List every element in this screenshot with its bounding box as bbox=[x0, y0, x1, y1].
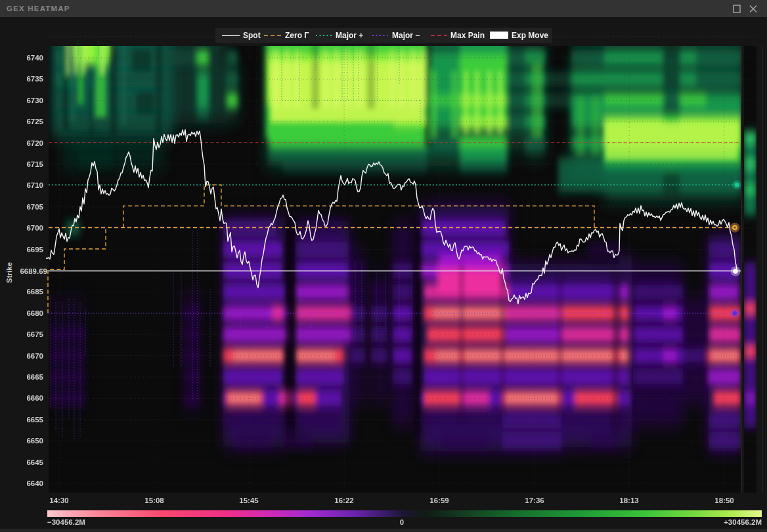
svg-text:6740: 6740 bbox=[26, 54, 43, 62]
svg-text:6710: 6710 bbox=[26, 181, 43, 189]
svg-text:6730: 6730 bbox=[26, 97, 43, 104]
svg-text:GEX HEATMAP: GEX HEATMAP bbox=[7, 5, 70, 12]
svg-text:Spot: Spot bbox=[243, 31, 261, 40]
svg-text:6720: 6720 bbox=[26, 139, 43, 147]
svg-text:17:36: 17:36 bbox=[525, 497, 544, 504]
svg-text:6645: 6645 bbox=[26, 458, 43, 466]
svg-text:6675: 6675 bbox=[26, 330, 43, 338]
svg-text:6735: 6735 bbox=[26, 75, 43, 83]
svg-text:6660: 6660 bbox=[26, 394, 43, 402]
svg-text:6685: 6685 bbox=[26, 288, 43, 296]
svg-text:6670: 6670 bbox=[26, 352, 43, 360]
svg-text:+30456.2M: +30456.2M bbox=[724, 518, 762, 526]
svg-text:Major −: Major − bbox=[392, 31, 420, 40]
svg-text:16:59: 16:59 bbox=[429, 497, 449, 504]
svg-text:6725: 6725 bbox=[26, 118, 43, 125]
svg-text:Max Pain: Max Pain bbox=[450, 31, 485, 40]
svg-text:6689.69: 6689.69 bbox=[20, 267, 47, 275]
svg-text:6700: 6700 bbox=[26, 224, 43, 232]
svg-text:6665: 6665 bbox=[26, 373, 43, 381]
svg-text:16:22: 16:22 bbox=[334, 497, 353, 504]
svg-text:Zero Γ: Zero Γ bbox=[285, 31, 309, 40]
svg-text:6695: 6695 bbox=[26, 246, 43, 254]
svg-text:14:30: 14:30 bbox=[49, 497, 68, 504]
svg-text:6640: 6640 bbox=[26, 479, 43, 487]
svg-text:6650: 6650 bbox=[26, 437, 43, 445]
svg-text:6680: 6680 bbox=[26, 309, 43, 317]
svg-text:18:50: 18:50 bbox=[714, 497, 734, 504]
svg-text:15:08: 15:08 bbox=[144, 497, 164, 504]
svg-text:15:45: 15:45 bbox=[239, 497, 259, 504]
svg-text:0: 0 bbox=[400, 518, 404, 526]
svg-text:−30456.2M: −30456.2M bbox=[47, 518, 85, 526]
svg-text:6705: 6705 bbox=[26, 203, 43, 211]
svg-text:18:13: 18:13 bbox=[619, 497, 638, 504]
svg-text:Exp Move: Exp Move bbox=[512, 31, 548, 40]
svg-text:6715: 6715 bbox=[26, 160, 43, 168]
svg-text:Strike: Strike bbox=[5, 262, 13, 283]
svg-text:6655: 6655 bbox=[26, 416, 43, 424]
svg-text:Major +: Major + bbox=[336, 31, 363, 40]
